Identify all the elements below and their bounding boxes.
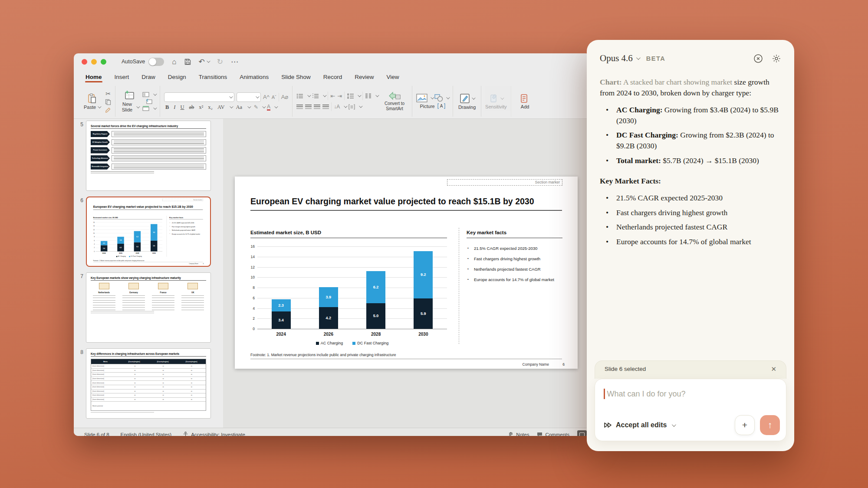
align-right-icon[interactable] bbox=[314, 105, 320, 109]
justify-icon[interactable] bbox=[322, 105, 329, 109]
minimize-window-button[interactable] bbox=[91, 59, 97, 65]
feedback-icon[interactable] bbox=[753, 54, 763, 63]
tab-transitions[interactable]: Transitions bbox=[198, 72, 228, 82]
slide-thumbnail-6[interactable]: Section marker European EV charging mark… bbox=[86, 197, 211, 267]
font-size-combo[interactable] bbox=[237, 92, 261, 102]
numbering-chevron[interactable] bbox=[323, 93, 326, 97]
section-icon[interactable] bbox=[142, 106, 149, 111]
home-icon[interactable]: ⌂ bbox=[172, 58, 176, 66]
attach-button[interactable]: + bbox=[735, 415, 755, 435]
font-color-chevron[interactable] bbox=[274, 105, 278, 108]
superscript-button[interactable]: x² bbox=[197, 104, 204, 111]
new-slide-dropdown-chevron[interactable] bbox=[136, 105, 140, 108]
text-direction-chevron[interactable] bbox=[344, 104, 347, 108]
slide-count-status[interactable]: Slide 6 of 8 bbox=[84, 432, 109, 436]
notes-button[interactable]: Notes bbox=[508, 432, 529, 436]
italic-button[interactable]: I bbox=[172, 104, 177, 111]
tab-slide-show[interactable]: Slide Show bbox=[281, 72, 311, 82]
slide-layout-icon[interactable] bbox=[142, 92, 149, 97]
decrease-indent-icon[interactable]: ⇤ bbox=[330, 93, 335, 99]
shrink-font-icon[interactable]: Aˇ bbox=[272, 95, 276, 100]
redo-button[interactable]: ↻ bbox=[217, 58, 223, 66]
bullets-icon[interactable] bbox=[296, 93, 303, 99]
font-name-combo[interactable] bbox=[164, 92, 234, 102]
subscript-button[interactable]: x₂ bbox=[207, 104, 214, 111]
font-color-icon[interactable]: A bbox=[267, 104, 270, 111]
line-spacing-chevron[interactable] bbox=[358, 93, 361, 97]
undo-button[interactable]: ↶ bbox=[199, 58, 209, 66]
reset-slide-icon[interactable] bbox=[142, 99, 156, 104]
change-case-button[interactable]: Aa bbox=[234, 104, 243, 111]
prompt-input[interactable]: What can I do for you? Accept all edits … bbox=[595, 379, 786, 441]
picture-button[interactable]: Picture A bbox=[416, 94, 449, 109]
chart-section-header[interactable]: Estimated market size, B USD bbox=[250, 230, 321, 235]
zoom-window-button[interactable] bbox=[101, 59, 106, 65]
align-left-icon[interactable] bbox=[296, 105, 303, 109]
slide-title[interactable]: European EV charging market value projec… bbox=[250, 197, 563, 206]
character-spacing-button-chevron[interactable] bbox=[230, 105, 233, 108]
strikethrough-button[interactable]: ab bbox=[188, 104, 196, 111]
language-status[interactable]: English (United States) bbox=[121, 432, 172, 436]
bullets-chevron[interactable] bbox=[307, 93, 311, 97]
format-painter-icon[interactable] bbox=[105, 107, 111, 113]
drawing-button[interactable]: Drawing bbox=[457, 93, 477, 110]
pencil-chevron[interactable] bbox=[262, 105, 266, 108]
accept-all-edits-button[interactable]: Accept all edits bbox=[604, 421, 675, 429]
tab-draw[interactable]: Draw bbox=[141, 72, 156, 82]
text-box-icon[interactable]: A bbox=[437, 103, 445, 109]
drawing-chevron[interactable] bbox=[472, 96, 475, 99]
columns-chevron[interactable] bbox=[375, 93, 379, 97]
normal-view-button[interactable] bbox=[577, 430, 587, 436]
convert-smartart-button[interactable]: Convert to SmartArt bbox=[381, 92, 408, 111]
undo-dropdown-chevron[interactable] bbox=[207, 59, 210, 62]
tab-view[interactable]: View bbox=[386, 72, 400, 82]
shapes-icon[interactable] bbox=[434, 94, 443, 102]
tab-design[interactable]: Design bbox=[168, 72, 187, 82]
bar-2026[interactable]: 3.94.2 bbox=[319, 287, 338, 329]
autosave-toggle[interactable] bbox=[148, 58, 164, 66]
slide-6[interactable]: Section marker European EV charging mark… bbox=[88, 198, 208, 265]
paste-dropdown-chevron[interactable] bbox=[98, 105, 101, 108]
send-button[interactable]: ↑ bbox=[760, 415, 780, 435]
slide-thumbnail-7[interactable]: Key European markets show varying chargi… bbox=[86, 272, 211, 343]
sensitivity-chevron[interactable] bbox=[500, 96, 504, 99]
save-icon[interactable] bbox=[184, 59, 191, 65]
accept-edits-chevron[interactable] bbox=[672, 422, 676, 427]
layout-dropdown-chevron[interactable] bbox=[153, 92, 157, 95]
tab-record[interactable]: Record bbox=[323, 72, 343, 82]
slide-thumbnail-5[interactable]: Several market forces drive the EV charg… bbox=[86, 121, 211, 191]
columns-icon[interactable] bbox=[365, 93, 372, 98]
bar-2030[interactable]: 9.25.9 bbox=[414, 251, 433, 329]
increase-indent-icon[interactable]: ⇥ bbox=[337, 93, 342, 99]
clear-formatting-icon[interactable]: A⌀ bbox=[281, 94, 289, 100]
addins-button[interactable]: Add bbox=[515, 94, 535, 109]
facts-section-header[interactable]: Key market facts bbox=[467, 230, 506, 235]
font-color-pencil-icon[interactable]: ✎ bbox=[254, 104, 258, 110]
line-spacing-icon[interactable] bbox=[347, 93, 354, 99]
numbering-icon[interactable] bbox=[312, 93, 319, 99]
slide-thumbnail-8[interactable]: Key differences in charging infrastructu… bbox=[86, 348, 211, 419]
section-dropdown-chevron[interactable] bbox=[153, 106, 157, 109]
text-direction-icon[interactable]: ↓A bbox=[334, 104, 340, 110]
align-text-chevron[interactable] bbox=[359, 104, 362, 108]
comments-button[interactable]: Comments bbox=[537, 432, 569, 436]
tab-insert[interactable]: Insert bbox=[114, 72, 130, 82]
model-name[interactable]: Opus 4.6 bbox=[600, 53, 633, 64]
accessibility-status[interactable]: Accessibility: Investigate bbox=[183, 432, 245, 436]
stacked-bar-chart[interactable]: 02468101214162.33.420243.94.220266.25.02… bbox=[246, 244, 448, 352]
more-commands-button[interactable]: ⋯ bbox=[231, 58, 238, 66]
change-case-button-chevron[interactable] bbox=[247, 105, 251, 108]
character-spacing-button[interactable]: AV bbox=[216, 104, 226, 111]
tab-review[interactable]: Review bbox=[354, 72, 374, 82]
context-chip-close-icon[interactable]: ✕ bbox=[771, 365, 776, 373]
new-slide-button[interactable]: New Slide bbox=[119, 90, 139, 112]
shapes-chevron[interactable] bbox=[446, 95, 450, 99]
tab-home[interactable]: Home bbox=[85, 72, 102, 82]
sensitivity-button[interactable]: Sensitivity bbox=[485, 94, 507, 109]
model-dropdown-chevron[interactable] bbox=[636, 56, 641, 60]
underline-button[interactable]: U bbox=[179, 104, 186, 111]
copy-icon[interactable] bbox=[105, 99, 111, 105]
paste-button[interactable]: Paste bbox=[82, 93, 102, 110]
close-window-button[interactable] bbox=[82, 59, 87, 65]
bold-button[interactable]: B bbox=[164, 104, 170, 111]
